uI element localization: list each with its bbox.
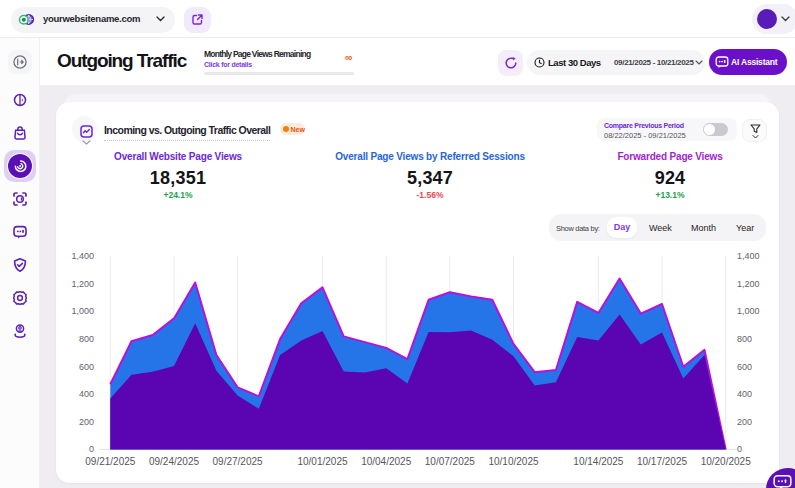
svg-text:0: 0 [737,444,742,454]
svg-text:10/04/2025: 10/04/2025 [361,456,411,467]
svg-text:10/14/2025: 10/14/2025 [573,456,623,467]
svg-text:1,000: 1,000 [737,306,760,316]
svg-text:600: 600 [79,362,94,372]
svg-text:200: 200 [737,417,752,427]
svg-text:10/01/2025: 10/01/2025 [297,456,347,467]
svg-text:1,200: 1,200 [737,279,760,289]
svg-text:400: 400 [79,389,94,399]
svg-text:1,400: 1,400 [737,251,760,261]
svg-text:800: 800 [79,334,94,344]
svg-text:10/17/2025: 10/17/2025 [637,456,687,467]
svg-text:1,000: 1,000 [71,306,94,316]
svg-text:1,400: 1,400 [71,251,94,261]
svg-text:09/27/2025: 09/27/2025 [213,456,263,467]
svg-text:200: 200 [79,417,94,427]
svg-text:10/20/2025: 10/20/2025 [701,456,751,467]
svg-text:1,200: 1,200 [71,279,94,289]
svg-text:0: 0 [89,444,94,454]
svg-text:09/21/2025: 09/21/2025 [85,456,135,467]
svg-text:09/24/2025: 09/24/2025 [149,456,199,467]
svg-text:400: 400 [737,389,752,399]
svg-text:600: 600 [737,362,752,372]
svg-text:10/10/2025: 10/10/2025 [488,456,538,467]
svg-text:10/07/2025: 10/07/2025 [425,456,475,467]
svg-text:800: 800 [737,334,752,344]
